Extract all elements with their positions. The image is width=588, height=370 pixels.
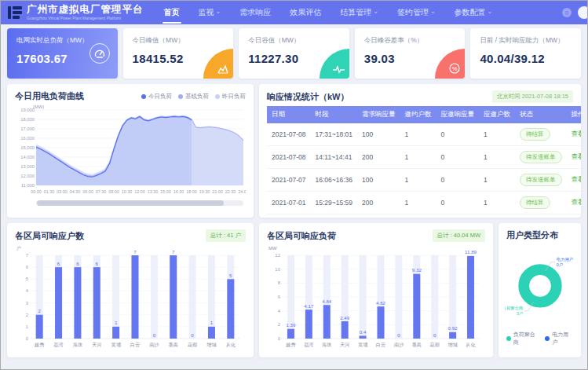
kpi-label: 今日谷值（MW） [248, 36, 340, 46]
action-cell: 查看 [567, 123, 582, 146]
table-cell: 100 [357, 123, 400, 146]
view-link[interactable]: 查看 [572, 198, 582, 206]
beijing-time-badge: 北京时间 2021-07-08 18:15 [492, 90, 573, 103]
notification-icon[interactable]: 0 [562, 8, 572, 17]
table-header-cell: 操作 [567, 106, 582, 123]
table-header-cell: 时段 [310, 106, 357, 123]
svg-text:1: 1 [26, 324, 29, 329]
table-header-cell: 应邀户数 [479, 106, 515, 123]
svg-text:13,000: 13,000 [20, 164, 35, 169]
nav-item-3[interactable]: 需求响应 [230, 1, 280, 24]
legend-item[interactable]: 今日负荷 [141, 93, 172, 101]
svg-text:从化: 从化 [226, 342, 236, 348]
legend-item[interactable]: 基线负荷 [178, 93, 209, 101]
status-cell: 待结算 [515, 123, 567, 146]
svg-text:户: 户 [16, 245, 21, 251]
svg-text:10: 10 [275, 267, 280, 272]
nav-item-2[interactable]: 监视⌄ [189, 1, 231, 24]
svg-text:18:00: 18:00 [186, 189, 197, 194]
svg-text:5: 5 [26, 277, 29, 281]
svg-text:4.17: 4.17 [304, 303, 314, 309]
kpi-card-peak-valley-rate: 今日峰谷差率（%） 39.03 % [355, 28, 466, 79]
svg-text:白云: 白云 [130, 342, 140, 348]
svg-text:电力用户: 电力用户 [556, 257, 572, 262]
responsive-load-panel: 各区局可响应负荷 总计 : 40.04 MW MW0246810121.39越秀… [259, 223, 493, 357]
load-curve-legend: 今日负荷基线负荷昨日负荷 [141, 93, 246, 101]
svg-text:10:30: 10:30 [122, 189, 133, 194]
app-title: 广州市虚拟电厂管理平台 [27, 5, 144, 15]
load-chart-title: 各区局可响应负荷 [267, 230, 336, 242]
chevron-down-icon: ⌄ [430, 9, 436, 15]
table-cell: 15:29~15:59 [310, 192, 357, 214]
svg-text:1: 1 [210, 320, 214, 325]
svg-text:0.4: 0.4 [360, 329, 367, 335]
svg-text:0: 0 [153, 332, 156, 338]
svg-text:增城: 增城 [206, 342, 217, 348]
view-link[interactable]: 查看 [572, 152, 582, 160]
kpi-label: 今日峰值（MW） [133, 36, 225, 46]
svg-text:4: 4 [26, 288, 29, 293]
svg-text:花都: 花都 [430, 342, 440, 348]
svg-text:天河: 天河 [340, 342, 349, 348]
kpi-value: 40.04/39.12 [480, 52, 572, 65]
table-row: 2021-07-0814:11~14:41200101待发送账单查看 [267, 146, 581, 169]
svg-text:17,000: 17,000 [20, 126, 35, 131]
svg-text:8: 8 [278, 280, 281, 285]
svg-text:番禺: 番禺 [412, 342, 422, 348]
svg-text:黄埔: 黄埔 [111, 342, 121, 347]
svg-text:2: 2 [26, 313, 29, 317]
nav-item-5[interactable]: 结算管理⌄ [331, 1, 388, 24]
svg-text:18,000: 18,000 [20, 117, 35, 122]
table-cell: 100 [357, 169, 400, 192]
svg-text:16:30: 16:30 [173, 189, 184, 194]
svg-text:(MW): (MW) [33, 104, 44, 109]
load-curve-panel: 今日用电负荷曲线 今日负荷基线负荷昨日负荷 (MW)11,00012,00013… [7, 84, 254, 218]
view-link[interactable]: 查看 [572, 175, 582, 183]
user-type-panel: 用户类型分布 电力用户0户负荷聚合商3户 负荷聚合商电力用户 [499, 223, 581, 357]
svg-text:越秀: 越秀 [286, 342, 295, 348]
legend-item[interactable]: 负荷聚合商 [506, 331, 539, 346]
svg-text:黄埔: 黄埔 [358, 342, 368, 347]
svg-text:13:30: 13:30 [148, 189, 159, 194]
chart-zoom-handle[interactable] [37, 200, 224, 206]
user-type-title: 用户类型分布 [506, 229, 573, 241]
svg-text:5: 5 [229, 273, 232, 278]
table-row: 2021-07-0115:29~15:59200101待结算查看 [267, 192, 581, 214]
status-badge: 待结算 [520, 196, 550, 209]
nav-item-6[interactable]: 签约管理⌄ [388, 1, 445, 24]
svg-text:荔湾: 荔湾 [304, 342, 313, 348]
svg-text:6: 6 [96, 261, 99, 266]
svg-text:番禺: 番禺 [169, 342, 178, 348]
chart-zoom-scrollbar[interactable] [36, 200, 243, 206]
avatar[interactable] [578, 6, 588, 19]
svg-text:04:30: 04:30 [70, 189, 81, 194]
svg-text:12:00: 12:00 [134, 189, 145, 194]
nav-item-7[interactable]: 参数配置⌄ [445, 1, 502, 24]
table-cell: 1 [400, 169, 436, 192]
response-stats-table: 日期时段需求响应量邀约户数应邀响应量应邀户数状态操作 2021-07-0817:… [267, 106, 581, 214]
svg-text:09:00: 09:00 [108, 189, 119, 194]
svg-text:11,000: 11,000 [21, 183, 35, 188]
view-link[interactable]: 查看 [572, 130, 582, 137]
svg-text:0: 0 [278, 336, 281, 341]
table-row: 2021-07-0716:06~16:36100101待发送账单查看 [267, 169, 581, 192]
legend-dot-icon [215, 94, 220, 99]
svg-text:00:00: 00:00 [31, 189, 42, 194]
svg-text:6: 6 [76, 261, 79, 266]
legend-item[interactable]: 电力用户 [545, 331, 573, 346]
table-cell: 16:06~16:36 [310, 169, 357, 192]
kpi-row: 电网实时总负荷（MW） 17603.67 今日峰值（MW） 18415.52 今… [7, 28, 581, 79]
nav-item-1[interactable]: 首页 [155, 1, 189, 24]
svg-text:12: 12 [275, 253, 280, 258]
table-cell: 1 [479, 123, 515, 146]
nav-item-4[interactable]: 效果评估 [280, 1, 331, 24]
table-row: 2021-07-0817:31~18:01100101待结算查看 [267, 123, 581, 146]
table-header-cell: 邀约户数 [400, 106, 436, 123]
svg-text:0: 0 [26, 336, 29, 341]
svg-text:12,000: 12,000 [20, 174, 35, 178]
svg-text:06:00: 06:00 [82, 189, 93, 194]
legend-dot-icon [545, 336, 550, 341]
legend-item[interactable]: 昨日负荷 [215, 93, 246, 101]
table-cell: 2021-07-01 [267, 192, 310, 214]
kpi-label: 日前 / 实时响应能力（MW） [480, 36, 572, 46]
